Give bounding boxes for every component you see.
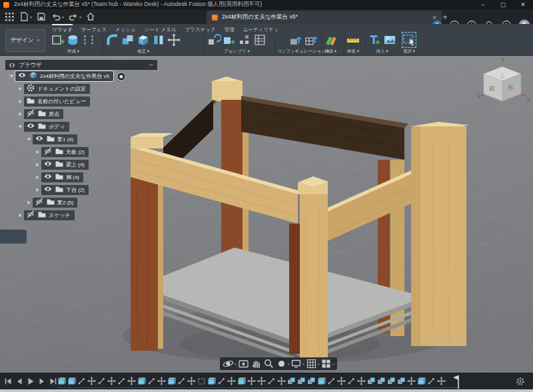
- browser-item[interactable]: ボディ: [5, 120, 157, 133]
- timeline-feature-move[interactable]: [87, 376, 96, 385]
- ribbon-group-label[interactable]: 検査 ▾: [347, 49, 359, 55]
- timeline-feature-sketch[interactable]: [267, 376, 276, 385]
- timeline-feature-sketch[interactable]: [97, 376, 106, 385]
- browser-item-chip[interactable]: 梁上 (4): [41, 160, 89, 170]
- ribbon-tab-0[interactable]: ソリッド: [52, 24, 73, 32]
- combine-icon[interactable]: [121, 33, 135, 47]
- browser-item[interactable]: スケッチ: [5, 209, 157, 222]
- tree-expand-closed-icon[interactable]: [17, 98, 24, 105]
- ribbon-group-label[interactable]: 作成 ▾: [67, 49, 79, 55]
- shell-icon[interactable]: [136, 33, 151, 47]
- leg-east[interactable]: [420, 126, 466, 346]
- document-tab[interactable]: 2x4材利用の丈夫な作業台 v5* ×: [207, 11, 442, 24]
- visibility-eye-off-icon[interactable]: [43, 146, 53, 158]
- visibility-eye-icon[interactable]: [35, 134, 44, 146]
- timeline-feature-sketch[interactable]: [77, 376, 86, 385]
- file-menu-icon[interactable]: ▾: [19, 11, 32, 22]
- orbit-icon[interactable]: ▾: [223, 358, 237, 369]
- timeline-feature-pair[interactable]: [297, 376, 306, 385]
- tree-expand-closed-icon[interactable]: [34, 186, 41, 194]
- move-icon[interactable]: [167, 33, 181, 47]
- timeline-feature-move[interactable]: [247, 376, 256, 385]
- browser-item-chip[interactable]: ボディ: [24, 122, 69, 132]
- ribbon-group-label[interactable]: アセンブリ ▾: [224, 49, 249, 55]
- timeline-playhead[interactable]: [452, 375, 462, 389]
- timeline-feature-sketch[interactable]: [147, 376, 156, 385]
- timeline-feature-move[interactable]: [437, 376, 446, 385]
- canvas-icon[interactable]: [382, 33, 397, 47]
- timeline-feature-body[interactable]: [237, 376, 246, 385]
- visibility-eye-off-icon[interactable]: [35, 197, 44, 209]
- timeline-feature-pair[interactable]: [387, 376, 396, 385]
- timeline-feature-move[interactable]: [257, 376, 266, 385]
- tree-expand-closed-icon[interactable]: [34, 161, 41, 168]
- go-to-start-button[interactable]: [3, 377, 13, 389]
- timeline-settings-gear-icon[interactable]: [516, 377, 525, 386]
- timeline-feature-sketch[interactable]: [427, 376, 436, 385]
- browser-item[interactable]: 2x4材利用の丈夫な作業台 v5: [5, 70, 157, 83]
- step-forward-button[interactable]: [37, 377, 47, 389]
- timeline-feature-pair[interactable]: [307, 376, 316, 385]
- zoom-icon[interactable]: [263, 358, 274, 369]
- pan-icon[interactable]: [251, 358, 262, 369]
- maximize-button[interactable]: ▢: [493, 0, 513, 9]
- browser-item[interactable]: 天板 (2): [5, 146, 157, 158]
- timeline-feature-sketch[interactable]: [217, 376, 226, 385]
- tree-expand-closed-icon[interactable]: [17, 110, 24, 118]
- browser-panel-header[interactable]: ブラウザ −: [5, 60, 157, 70]
- ribbon-group-label[interactable]: 修正 ▾: [137, 49, 149, 55]
- leg-south-inner[interactable]: [289, 224, 300, 354]
- tree-expand-open-icon[interactable]: [8, 73, 15, 80]
- timeline-feature-body[interactable]: [137, 376, 146, 385]
- timeline-feature-body[interactable]: [317, 376, 326, 385]
- timeline-feature-body[interactable]: [417, 376, 426, 385]
- ribbon-tab-1[interactable]: サーフェス: [81, 24, 107, 32]
- visibility-eye-icon[interactable]: [17, 71, 27, 83]
- leg-north-cap[interactable]: [212, 81, 243, 101]
- construction-plane-icon[interactable]: [323, 33, 338, 47]
- config-table-icon[interactable]: [304, 33, 318, 47]
- timeline-feature-body[interactable]: [167, 376, 176, 385]
- browser-item-chip[interactable]: 天板 (2): [41, 147, 89, 157]
- visibility-eye-icon[interactable]: [43, 159, 53, 171]
- timeline-feature-body[interactable]: [67, 376, 76, 385]
- leg-east-edge[interactable]: [411, 126, 420, 346]
- timeline-feature-sketch[interactable]: [327, 376, 336, 385]
- pattern-icon[interactable]: [237, 33, 252, 47]
- select-cursor-icon[interactable]: [402, 33, 416, 47]
- visibility-eye-off-icon[interactable]: [26, 210, 35, 222]
- browser-item-chip[interactable]: ドキュメントの設定: [24, 84, 90, 94]
- play-button[interactable]: [26, 377, 35, 389]
- undo-icon[interactable]: ▾: [51, 11, 64, 22]
- tree-expand-open-icon[interactable]: [17, 123, 24, 130]
- browser-item-chip[interactable]: 案2 (5): [33, 198, 77, 208]
- timeline-feature-sketch[interactable]: [117, 376, 126, 385]
- offset-icon[interactable]: [151, 33, 166, 47]
- leg-south[interactable]: [300, 194, 328, 363]
- activate-component-radio[interactable]: [117, 72, 126, 81]
- bom-icon[interactable]: [253, 33, 267, 47]
- ribbon-group-label[interactable]: 挿入 ▾: [376, 49, 388, 55]
- 3d-viewport[interactable]: ブラウザ − 2x4材利用の丈夫な作業台 v5ドキュメントの設定名前の付いたビュ…: [0, 56, 533, 373]
- ribbon-tab-2[interactable]: メッシュ: [115, 24, 136, 32]
- timeline-feature-pair[interactable]: [367, 376, 376, 385]
- timeline-feature-move[interactable]: [107, 376, 116, 385]
- browser-item[interactable]: 脚 (4): [5, 171, 157, 184]
- timeline-feature-move[interactable]: [277, 376, 286, 385]
- joint-icon[interactable]: [207, 33, 221, 47]
- tree-expand-closed-icon[interactable]: [17, 85, 24, 93]
- timeline-feature-move[interactable]: [127, 376, 136, 385]
- comments-flyout-tab[interactable]: [0, 230, 27, 244]
- ribbon-tab-3[interactable]: シート メタル: [145, 24, 177, 32]
- tree-expand-closed-icon[interactable]: [17, 212, 24, 219]
- browser-item-chip[interactable]: 名前の付いたビュー: [24, 97, 90, 106]
- browser-item[interactable]: 原点: [5, 108, 157, 120]
- browser-item[interactable]: 案2 (5): [5, 196, 157, 209]
- browser-item-chip[interactable]: 脚 (4): [41, 172, 83, 182]
- ribbon-group-label[interactable]: 選択 ▾: [403, 49, 415, 55]
- ribbon-tab-6[interactable]: ユーティリティ: [243, 24, 279, 32]
- home-icon[interactable]: [85, 11, 96, 22]
- insert-mesh-icon[interactable]: [367, 33, 382, 47]
- leg-west-maple-edge[interactable]: [158, 177, 163, 349]
- view-cube[interactable]: Y 前 右 上 X Z: [476, 57, 530, 110]
